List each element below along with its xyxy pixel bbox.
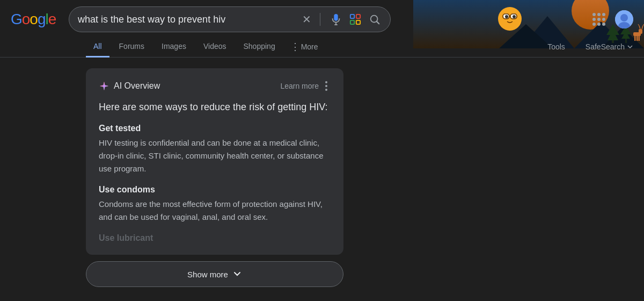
section-title-use-condoms: Use condoms [99,185,331,195]
more-tabs-button[interactable]: ⋮ More [285,37,324,57]
avatar[interactable] [615,10,633,28]
apps-dot [597,18,601,21]
svg-rect-33 [350,20,354,24]
tools-button[interactable]: Tools [540,37,573,56]
svg-rect-34 [356,20,360,24]
clear-button[interactable]: ✕ [302,14,311,25]
apps-dot [592,13,596,16]
search-input[interactable]: what is the best way to prevent hiv [78,14,297,25]
google-logo[interactable]: Google [11,12,60,27]
header-right [589,10,633,29]
apps-dot [602,13,605,16]
apps-dot [597,23,601,26]
nav-tabs: All Forums Images Videos Shopping ⋮ More… [0,37,644,58]
svg-line-36 [377,22,379,24]
search-bar[interactable]: what is the best way to prevent hiv ✕ [69,6,391,32]
svg-rect-31 [350,15,354,18]
header: Google what is the best way to prevent h… [0,0,644,37]
tab-all[interactable]: All [86,37,109,58]
logo-letter-o1: o [22,11,30,27]
ai-overview-title: AI Overview [99,81,160,91]
apps-dot [602,23,605,26]
search-submit-button[interactable] [368,12,382,26]
logo-letter-o2: o [30,11,38,27]
tab-videos[interactable]: Videos [196,37,234,58]
ai-intro-text: Here are some ways to reduce the risk of… [99,102,331,113]
apps-dot [592,18,596,21]
tab-shopping[interactable]: Shopping [236,37,283,58]
search-divider [320,13,320,26]
more-options-button[interactable] [322,79,331,93]
safesearch-button[interactable]: SafeSearch [586,42,633,51]
apps-dot [592,23,596,26]
logo-letter-e: e [48,11,56,27]
section-title-use-lubricant: Use lubricant [99,233,331,243]
chevron-down-icon [232,269,242,279]
section-body-get-tested: HIV testing is confidential and can be d… [99,137,331,175]
ai-overview-actions[interactable]: Learn more [280,79,331,93]
svg-rect-32 [356,15,360,18]
section-title-get-tested: Get tested [99,124,331,133]
logo-letter-g: G [11,11,22,27]
section-body-use-condoms: Condoms are the most effective form of p… [99,198,331,224]
show-more-button[interactable]: Show more [86,261,343,287]
ai-overview-card: AI Overview Learn more Here are some way… [86,68,343,255]
sparkle-icon [99,81,109,91]
tab-forums[interactable]: Forums [112,37,152,58]
apps-dot [597,13,601,16]
svg-point-38 [620,14,628,22]
chevron-down-icon [627,44,633,50]
lens-button[interactable] [348,12,362,26]
voice-search-button[interactable] [329,12,343,26]
ai-overview-header: AI Overview Learn more [99,79,331,93]
apps-dot [602,18,605,21]
apps-button[interactable] [589,10,609,29]
main-content: AI Overview Learn more Here are some way… [0,58,429,287]
logo-letter-g2: g [38,11,46,27]
tab-images[interactable]: Images [154,37,194,58]
